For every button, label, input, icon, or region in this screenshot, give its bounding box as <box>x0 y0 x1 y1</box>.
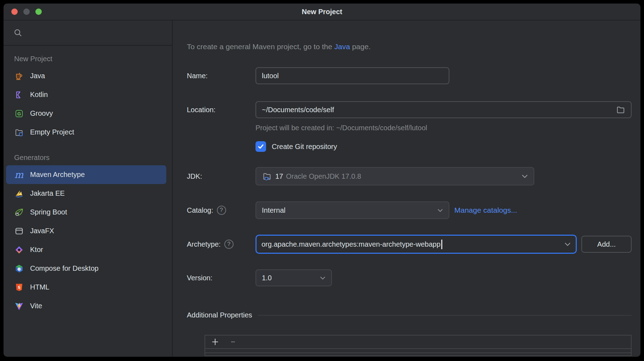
window-title: New Project <box>4 8 640 16</box>
jdk-version: 17 <box>275 172 283 180</box>
add-button[interactable]: Add... <box>581 236 632 253</box>
sidebar-item-ktor[interactable]: Ktor <box>6 240 166 259</box>
jakarta-ee-icon <box>14 189 24 198</box>
location-row: Location: ~/Documents/code/self <box>187 101 632 118</box>
chevron-down-icon <box>320 276 326 280</box>
svg-text:5: 5 <box>18 285 20 289</box>
jdk-folder-icon <box>262 171 272 182</box>
archetype-combobox[interactable]: org.apache.maven.archetypes:maven-archet… <box>255 235 577 254</box>
compose-icon <box>14 264 24 273</box>
catalog-row: Catalog: ? Internal Manage catalogs... <box>187 201 632 219</box>
version-label: Version: <box>187 274 255 282</box>
properties-toolbar <box>205 336 631 349</box>
additional-properties-header: Additional Properties <box>187 311 632 319</box>
additional-properties-title: Additional Properties <box>187 311 252 319</box>
kotlin-icon <box>14 90 24 99</box>
catalog-dropdown[interactable]: Internal <box>255 201 449 219</box>
info-text: To create a general Maven project, go to… <box>187 42 632 51</box>
javafx-icon <box>14 226 24 236</box>
version-row: Version: 1.0 <box>187 269 632 286</box>
empty-project-icon <box>14 127 24 137</box>
help-icon[interactable]: ? <box>224 240 234 249</box>
name-row: Name: lutool <box>187 67 632 84</box>
sidebar-item-empty-project[interactable]: Empty Project <box>6 123 166 142</box>
catalog-label: Catalog: <box>187 206 213 214</box>
catalog-value: Internal <box>262 206 286 214</box>
manage-catalogs-link[interactable]: Manage catalogs... <box>454 206 517 214</box>
sidebar-item-label: HTML <box>30 283 49 291</box>
archetype-label: Archetype: <box>187 240 221 248</box>
sidebar-item-javafx[interactable]: JavaFX <box>6 222 166 240</box>
sidebar-item-label: Java <box>30 72 45 80</box>
sidebar-search[interactable] <box>4 21 172 46</box>
sidebar-item-spring-boot[interactable]: Spring Boot <box>6 203 166 222</box>
spring-boot-icon <box>14 207 24 217</box>
java-icon <box>14 71 24 81</box>
section-label-new-project: New Project <box>4 55 172 63</box>
remove-property-icon[interactable] <box>229 338 238 346</box>
location-input[interactable]: ~/Documents/code/self <box>255 101 632 118</box>
text-caret <box>441 240 442 249</box>
git-checkbox-label[interactable]: Create Git repository <box>272 143 337 151</box>
git-checkbox[interactable] <box>255 141 266 152</box>
new-project-dialog: New Project New Project <box>4 4 640 357</box>
sidebar-item-label: Ktor <box>30 246 43 254</box>
groovy-icon: G <box>14 109 24 118</box>
sidebar-item-label: Kotlin <box>30 91 48 99</box>
java-page-link[interactable]: Java <box>334 42 350 51</box>
location-hint: Project will be created in: ~/Documents/… <box>255 124 632 132</box>
jdk-detail: Oracle OpenJDK 17.0.8 <box>286 172 361 180</box>
chevron-down-icon <box>564 242 571 246</box>
maven-icon: m <box>14 170 24 179</box>
sidebar-item-jakarta-ee[interactable]: Jakarta EE <box>6 184 166 203</box>
ktor-icon <box>14 245 24 254</box>
sidebar-item-label: Spring Boot <box>30 208 67 216</box>
sidebar-item-groovy[interactable]: G Groovy <box>6 104 166 123</box>
name-label: Name: <box>187 72 255 80</box>
header-divider <box>258 315 632 316</box>
sidebar-item-java[interactable]: Java <box>6 67 166 85</box>
section-label-generators: Generators <box>4 154 172 162</box>
sidebar-item-label: Compose for Desktop <box>30 264 98 273</box>
jdk-row: JDK: 17 Oracle OpenJDK 17.0.8 <box>187 167 632 185</box>
sidebar-item-label: Maven Archetype <box>30 171 85 179</box>
additional-properties-panel <box>205 335 632 356</box>
chevron-down-icon <box>522 174 528 178</box>
archetype-row: Archetype: ? org.apache.maven.archetypes… <box>187 235 632 254</box>
title-bar: New Project <box>4 4 640 21</box>
sidebar-nav: New Project Java <box>4 46 172 315</box>
jdk-dropdown[interactable]: 17 Oracle OpenJDK 17.0.8 <box>255 167 534 185</box>
search-icon <box>13 28 23 38</box>
sidebar-item-kotlin[interactable]: Kotlin <box>6 85 166 104</box>
main-panel: To create a general Maven project, go to… <box>173 21 640 357</box>
name-input[interactable]: lutool <box>255 67 449 84</box>
sidebar: New Project Java <box>4 21 173 357</box>
sidebar-item-html[interactable]: 5 HTML <box>6 278 166 297</box>
properties-table-row <box>205 349 631 353</box>
vite-icon <box>14 301 24 311</box>
svg-text:G: G <box>17 111 21 116</box>
sidebar-item-vite[interactable]: Vite <box>6 297 166 315</box>
folder-icon[interactable] <box>616 105 625 114</box>
sidebar-item-label: Vite <box>30 302 42 310</box>
check-icon <box>257 143 264 150</box>
sidebar-item-label: Jakarta EE <box>30 189 65 197</box>
sidebar-item-label: JavaFX <box>30 227 54 235</box>
help-icon[interactable]: ? <box>217 206 226 215</box>
git-row: Create Git repository <box>255 141 632 152</box>
sidebar-item-compose-for-desktop[interactable]: Compose for Desktop <box>6 259 166 278</box>
sidebar-item-label: Groovy <box>30 109 53 118</box>
archetype-value: org.apache.maven.archetypes:maven-archet… <box>261 240 441 248</box>
sidebar-item-maven-archetype[interactable]: m Maven Archetype <box>6 165 166 184</box>
html-icon: 5 <box>14 282 24 292</box>
location-label: Location: <box>187 106 255 114</box>
chevron-down-icon <box>437 208 443 212</box>
sidebar-item-label: Empty Project <box>30 128 74 136</box>
version-dropdown[interactable]: 1.0 <box>255 269 332 286</box>
version-value: 1.0 <box>262 274 272 282</box>
jdk-label: JDK: <box>187 172 255 180</box>
add-property-icon[interactable] <box>211 338 219 346</box>
